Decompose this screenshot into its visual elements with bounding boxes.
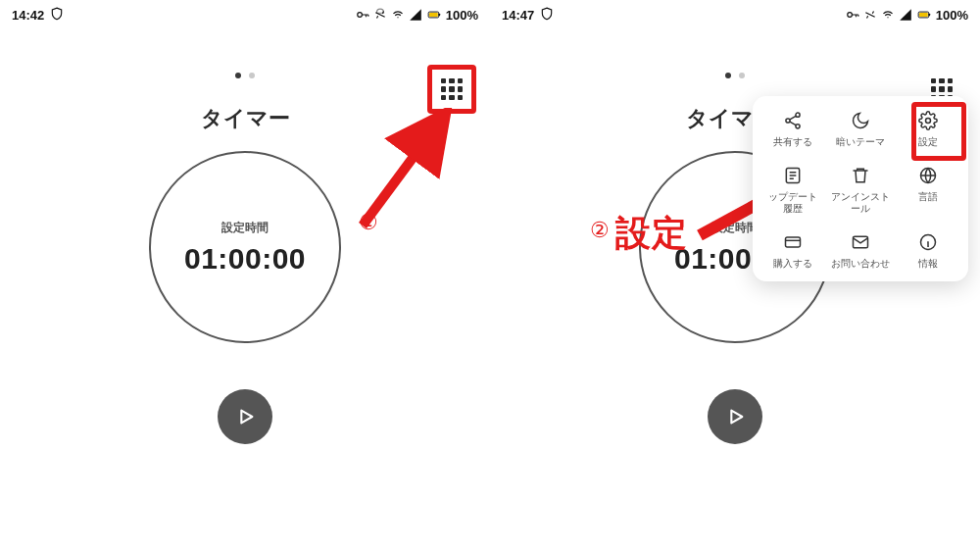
svg-rect-16 — [785, 237, 800, 247]
status-right: 100% — [356, 8, 478, 23]
apps-grid-icon — [441, 78, 463, 100]
menu-item-label: 暗いテーマ — [836, 136, 885, 149]
menu-item-purchase[interactable]: 購入する — [759, 227, 826, 275]
svg-rect-2 — [429, 13, 438, 17]
svg-point-12 — [796, 125, 800, 128]
svg-rect-3 — [439, 14, 440, 16]
screenshot-right: 14:47 100% タイマー 設定時間 01:00:00 — [490, 0, 980, 552]
timer-wrap: 設定時間 01:00:00 — [0, 151, 490, 343]
history-list-icon — [782, 165, 804, 186]
vibrate-icon — [373, 8, 387, 22]
menu-item-label: 購入する — [773, 258, 812, 271]
menu-item-language[interactable]: 言語 — [895, 161, 962, 220]
timer-label: 設定時間 — [221, 220, 269, 236]
info-icon — [917, 231, 939, 253]
screenshot-left: 14:42 100% タイマー 設定時間 01:00:00 — [0, 0, 490, 552]
clock-text: 14:42 — [12, 8, 44, 23]
page-dot[interactable] — [235, 73, 241, 78]
menu-item-uninstall[interactable]: アンインスト ール — [826, 161, 894, 220]
status-bar: 14:47 100% — [490, 0, 980, 29]
svg-rect-9 — [929, 14, 930, 16]
menu-item-label: アンインスト ール — [831, 191, 890, 216]
svg-point-13 — [926, 119, 931, 124]
play-icon — [724, 406, 746, 427]
menu-item-label: お問い合わせ — [831, 258, 890, 271]
page-dots — [0, 73, 490, 78]
battery-percent: 100% — [936, 8, 968, 23]
svg-point-0 — [358, 13, 363, 18]
status-left: 14:47 — [502, 7, 554, 24]
page-dots — [490, 73, 980, 78]
status-left: 14:42 — [12, 7, 64, 24]
menu-item-label: 共有する — [773, 136, 812, 149]
svg-rect-8 — [919, 13, 928, 17]
menu-item-update-history[interactable]: ップデート 履歴 — [759, 161, 826, 220]
svg-point-10 — [796, 113, 800, 117]
credit-card-icon — [782, 231, 804, 253]
status-right: 100% — [846, 8, 968, 23]
menu-item-label: 情報 — [918, 258, 938, 271]
status-bar: 14:42 100% — [0, 0, 490, 29]
trash-icon — [850, 165, 871, 186]
shield-icon — [540, 7, 554, 24]
menu-item-label: 設定 — [918, 136, 938, 149]
annotation-step-1: ① — [359, 210, 378, 235]
play-icon — [234, 406, 256, 427]
menu-item-label: ップデート 履歴 — [768, 191, 817, 216]
play-button[interactable] — [218, 389, 272, 444]
svg-point-11 — [786, 119, 790, 123]
signal-icon — [409, 8, 422, 22]
moon-icon — [850, 110, 871, 131]
wifi-icon — [881, 8, 895, 22]
apps-menu-button[interactable] — [435, 73, 468, 106]
gear-icon — [917, 110, 939, 131]
vpn-key-icon — [356, 8, 369, 22]
vibrate-icon — [863, 8, 877, 22]
mail-icon — [850, 231, 871, 253]
page-dot[interactable] — [739, 73, 745, 78]
timer-circle[interactable]: 設定時間 01:00:00 — [149, 151, 341, 343]
battery-percent: 100% — [446, 8, 478, 23]
menu-item-contact[interactable]: お問い合わせ — [826, 227, 894, 275]
menu-item-info[interactable]: 情報 — [895, 227, 962, 275]
page-title: タイマー — [0, 104, 490, 133]
timer-value: 01:00:00 — [184, 242, 306, 276]
play-button[interactable] — [708, 389, 762, 444]
page-dot[interactable] — [725, 73, 731, 78]
menu-item-label: 言語 — [918, 191, 938, 204]
timer-label: 設定時間 — [711, 220, 759, 236]
battery-icon — [916, 8, 932, 22]
clock-text: 14:47 — [502, 8, 534, 23]
wifi-icon — [391, 8, 405, 22]
globe-icon — [917, 165, 939, 186]
page-dot[interactable] — [249, 73, 255, 78]
overflow-menu: 共有する 暗いテーマ 設定 ップデート 履歴 アンインスト ール 言語 購入する — [753, 96, 968, 281]
menu-item-dark-theme[interactable]: 暗いテーマ — [826, 106, 894, 153]
annotation-step-2: ② — [590, 218, 610, 243]
share-icon — [782, 110, 804, 131]
menu-item-settings[interactable]: 設定 — [895, 106, 962, 153]
shield-icon — [50, 7, 64, 24]
menu-item-share[interactable]: 共有する — [759, 106, 826, 153]
annotation-label: 設定 — [615, 210, 688, 258]
vpn-key-icon — [846, 8, 859, 22]
svg-point-6 — [848, 13, 853, 18]
signal-icon — [899, 8, 912, 22]
battery-icon — [426, 8, 442, 22]
